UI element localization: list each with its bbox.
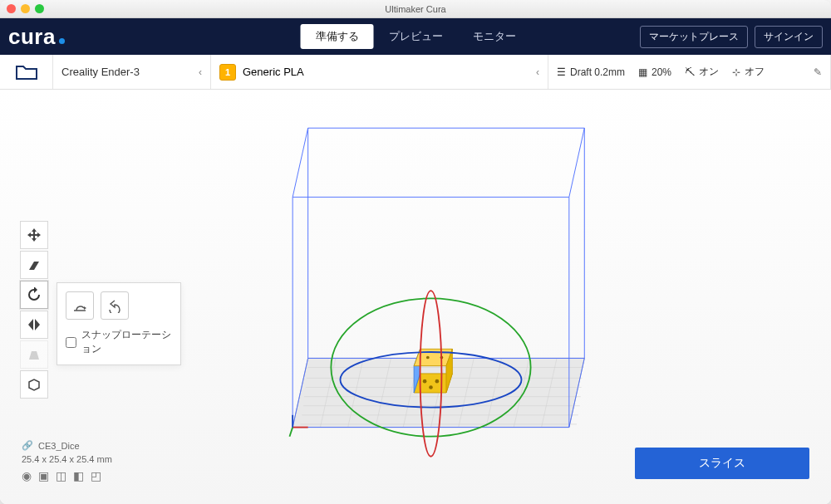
mirror-tool[interactable] <box>20 311 48 339</box>
mesh-icon <box>27 347 42 362</box>
app-window: Ultimaker Cura cura 準備する プレビュー モニター マーケッ… <box>0 0 831 504</box>
logo-dot-icon <box>59 38 65 44</box>
svg-point-27 <box>429 385 433 389</box>
view-iso-icon[interactable]: ◧ <box>73 469 84 482</box>
infill-setting: ▦ 20% <box>638 66 671 78</box>
reset-icon <box>106 298 123 313</box>
footer-meta: 🔗 CE3_Dice 25.4 x 25.4 x 25.4 mm ◉ ▣ ◫ ◧… <box>22 440 112 482</box>
support-value: オン <box>699 65 719 79</box>
scale-tool[interactable] <box>20 251 48 279</box>
infill-icon: ▦ <box>638 66 647 78</box>
link-icon: 🔗 <box>22 440 33 451</box>
reset-rotation-button[interactable] <box>101 291 129 320</box>
signin-button[interactable]: サインイン <box>755 26 823 48</box>
mesh-tool <box>20 340 48 369</box>
mirror-icon <box>27 317 42 332</box>
close-icon[interactable] <box>7 4 16 13</box>
support-setting: ⛏ オン <box>685 65 719 79</box>
scale-icon <box>27 257 42 272</box>
material-selector[interactable]: 1 Generic PLA ‹ <box>211 55 548 89</box>
material-name: Generic PLA <box>243 66 304 78</box>
logo-text: cura <box>8 24 56 50</box>
support-blocker-tool[interactable] <box>20 370 48 399</box>
app-logo: cura <box>8 24 65 50</box>
slice-button[interactable]: スライス <box>635 448 809 479</box>
window-title: Ultimaker Cura <box>0 4 831 14</box>
infill-value: 20% <box>652 66 671 78</box>
layer-height-icon: ☰ <box>557 66 566 78</box>
svg-marker-36 <box>27 228 41 242</box>
svg-point-25 <box>423 379 427 384</box>
svg-point-26 <box>435 379 440 384</box>
traffic-lights <box>7 4 44 13</box>
lay-flat-icon <box>71 298 88 313</box>
minimize-icon[interactable] <box>21 4 30 13</box>
object-dimensions: 25.4 x 25.4 x 25.4 mm <box>22 454 112 464</box>
snap-rotation-checkbox[interactable]: スナップローテーション <box>66 328 172 356</box>
printer-selector[interactable]: Creality Ender-3 ‹ <box>53 55 211 89</box>
topbar-right: マーケットプレース サインイン <box>640 26 823 48</box>
rotate-tool[interactable] <box>20 281 48 309</box>
view-mode-icons: ◉ ▣ ◫ ◧ ◰ <box>22 469 112 482</box>
tool-column <box>20 221 50 399</box>
printer-name: Creality Ender-3 <box>61 66 140 78</box>
maximize-icon[interactable] <box>35 4 44 13</box>
profile-value: Draft 0.2mm <box>570 66 625 78</box>
folder-icon <box>16 64 37 81</box>
tab-monitor[interactable]: モニター <box>458 24 531 49</box>
adhesion-value: オフ <box>745 65 765 79</box>
cube-icon <box>27 377 42 392</box>
stage-tabs: 準備する プレビュー モニター <box>301 24 531 49</box>
print-settings-selector[interactable]: ☰ Draft 0.2mm ▦ 20% ⛏ オン ⊹ オフ ✎ <box>548 55 831 89</box>
open-file-button[interactable] <box>0 55 53 89</box>
snap-rotation-input[interactable] <box>66 337 76 348</box>
svg-point-28 <box>426 356 430 360</box>
object-name: CE3_Dice <box>38 441 80 451</box>
tab-prepare[interactable]: 準備する <box>301 24 374 49</box>
view-xray-icon[interactable]: ▣ <box>38 469 49 482</box>
pencil-icon[interactable]: ✎ <box>814 66 822 78</box>
lay-flat-button[interactable] <box>66 291 94 320</box>
adhesion-icon: ⊹ <box>732 66 740 78</box>
adhesion-setting: ⊹ オフ <box>732 65 765 79</box>
profile-setting: ☰ Draft 0.2mm <box>557 66 625 78</box>
svg-line-34 <box>289 428 293 437</box>
view-layer-icon[interactable]: ◫ <box>56 469 66 482</box>
move-tool[interactable] <box>20 221 48 249</box>
marketplace-button[interactable]: マーケットプレース <box>640 26 748 48</box>
chevron-left-icon: ‹ <box>536 66 539 78</box>
tab-preview[interactable]: プレビュー <box>374 24 458 49</box>
rotate-icon <box>26 287 42 302</box>
snap-rotation-label: スナップローテーション <box>81 328 172 356</box>
mac-titlebar: Ultimaker Cura <box>0 0 831 18</box>
extruder-badge-icon: 1 <box>219 64 236 81</box>
view-wire-icon[interactable]: ◰ <box>91 469 101 482</box>
move-icon <box>27 228 42 242</box>
svg-line-20 <box>293 128 307 197</box>
main-stage: Creality Ender-3 ‹ 1 Generic PLA ‹ ☰ Dra… <box>0 55 831 504</box>
stage-bar: Creality Ender-3 ‹ 1 Generic PLA ‹ ☰ Dra… <box>0 55 831 90</box>
svg-line-19 <box>569 128 584 197</box>
support-icon: ⛏ <box>685 66 695 78</box>
chevron-left-icon: ‹ <box>199 66 202 78</box>
rotate-panel: スナップローテーション <box>57 282 181 365</box>
top-bar: cura 準備する プレビュー モニター マーケットプレース サインイン <box>0 18 831 55</box>
view-solid-icon[interactable]: ◉ <box>22 469 32 482</box>
svg-marker-37 <box>84 306 86 310</box>
